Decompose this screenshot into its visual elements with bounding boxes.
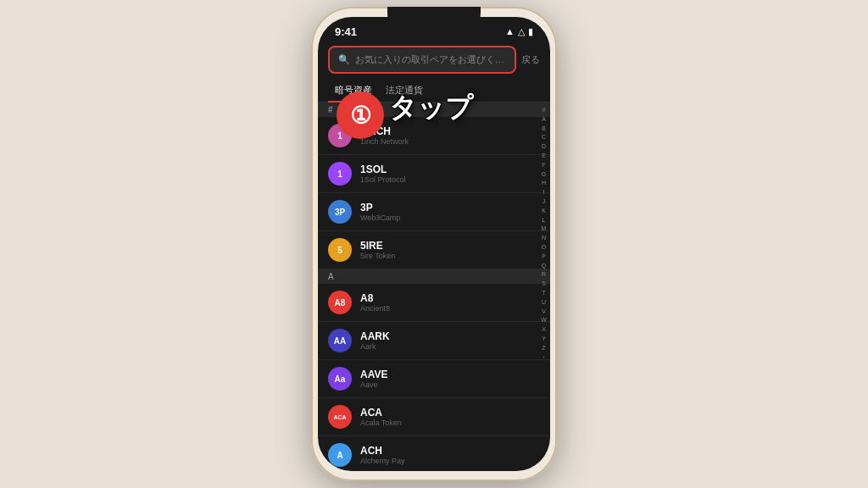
coin-name: 5ire Token: [360, 252, 395, 260]
coin-symbol: 3P: [360, 202, 400, 214]
coin-info-3p: 3P Web3Camp: [360, 202, 400, 222]
section-header-a: A: [318, 269, 550, 284]
coin-name: 1Sol Protocol: [360, 175, 406, 184]
coin-symbol: 5IRE: [360, 240, 395, 252]
coin-symbol: ACA: [360, 407, 402, 419]
wifi-icon: △: [518, 26, 525, 37]
coin-name: Aave: [360, 380, 387, 389]
coin-symbol: A8: [360, 292, 390, 304]
list-item[interactable]: 1 1INCH 1inch Network: [318, 117, 550, 155]
list-item[interactable]: A ACH Alchemy Pay: [318, 436, 550, 471]
tab-fiat[interactable]: 法定通貨: [379, 79, 430, 102]
coin-icon-aca: ACA: [328, 405, 352, 429]
phone-frame: 9:41 ▲ △ ▮ 🔍 お気に入りの取引ペアをお選びく… 戻る 暗号資産 法定…: [311, 7, 557, 481]
coin-symbol: ACH: [360, 445, 405, 457]
coin-info-aark: AARK Aark: [360, 330, 390, 351]
coin-name: Ancient8: [360, 304, 390, 313]
list-item[interactable]: ACA ACA Acala Token: [318, 398, 550, 436]
coin-info-1sol: 1SOL 1Sol Protocol: [360, 164, 406, 184]
phone-screen: 9:41 ▲ △ ▮ 🔍 お気に入りの取引ペアをお選びく… 戻る 暗号資産 法定…: [318, 17, 550, 471]
phone-notch: [387, 7, 481, 29]
list-item[interactable]: AA AARK Aark: [318, 322, 550, 360]
status-icons: ▲ △ ▮: [505, 26, 533, 37]
coin-icon-aark: AA: [328, 329, 352, 352]
coin-icon-3p: 3P: [328, 200, 352, 224]
coin-name: Alchemy Pay: [360, 457, 405, 465]
search-box[interactable]: 🔍 お気に入りの取引ペアをお選びく…: [328, 46, 516, 74]
coin-icon-aave: Aa: [328, 367, 352, 391]
coin-name: 1inch Network: [360, 137, 409, 146]
coin-symbol: 1INCH: [360, 125, 409, 137]
search-icon: 🔍: [338, 54, 350, 65]
coin-info-ach: ACH Alchemy Pay: [360, 445, 405, 465]
coin-info-a8: A8 Ancient8: [360, 292, 390, 313]
search-placeholder: お気に入りの取引ペアをお選びく…: [355, 53, 504, 66]
list-content: # 1 1INCH 1inch Network 1 1SOL 1Sol Prot…: [318, 103, 550, 471]
status-time: 9:41: [335, 25, 357, 38]
coin-icon-1sol: 1: [328, 162, 352, 186]
coin-info-5ire: 5IRE 5ire Token: [360, 240, 395, 260]
coin-name: Web3Camp: [360, 214, 400, 222]
coin-icon-1inch: 1: [328, 124, 352, 147]
list-item[interactable]: 3P 3P Web3Camp: [318, 193, 550, 231]
tabs-row: 暗号資産 法定通貨: [318, 79, 550, 103]
coin-info-aca: ACA Acala Token: [360, 407, 402, 427]
list-item[interactable]: A8 A8 Ancient8: [318, 284, 550, 322]
coin-icon-a8: A8: [328, 291, 352, 314]
list-item[interactable]: 1 1SOL 1Sol Protocol: [318, 155, 550, 193]
battery-icon: ▮: [528, 26, 533, 37]
coin-list: # 1 1INCH 1inch Network 1 1SOL 1Sol Prot…: [318, 103, 550, 471]
signal-icon: ▲: [505, 26, 515, 36]
tab-crypto[interactable]: 暗号資産: [328, 79, 379, 102]
list-item[interactable]: Aa AAVE Aave: [318, 360, 550, 398]
coin-symbol: AARK: [360, 330, 390, 342]
coin-icon-5ire: 5: [328, 238, 352, 262]
coin-icon-ach: A: [328, 443, 352, 467]
coin-symbol: 1SOL: [360, 164, 406, 175]
back-button[interactable]: 戻る: [521, 53, 540, 66]
section-header-hash: #: [318, 103, 550, 117]
coin-info-aave: AAVE Aave: [360, 369, 387, 389]
alpha-index[interactable]: # A B C D E F G H I J K L M N O P Q R S: [539, 103, 548, 471]
search-bar-container: 🔍 お気に入りの取引ペアをお選びく… 戻る: [318, 42, 550, 79]
coin-name: Aark: [360, 342, 390, 351]
coin-info-1inch: 1INCH 1inch Network: [360, 125, 409, 146]
coin-symbol: AAVE: [360, 369, 387, 380]
list-item[interactable]: 5 5IRE 5ire Token: [318, 231, 550, 269]
coin-name: Acala Token: [360, 419, 402, 427]
